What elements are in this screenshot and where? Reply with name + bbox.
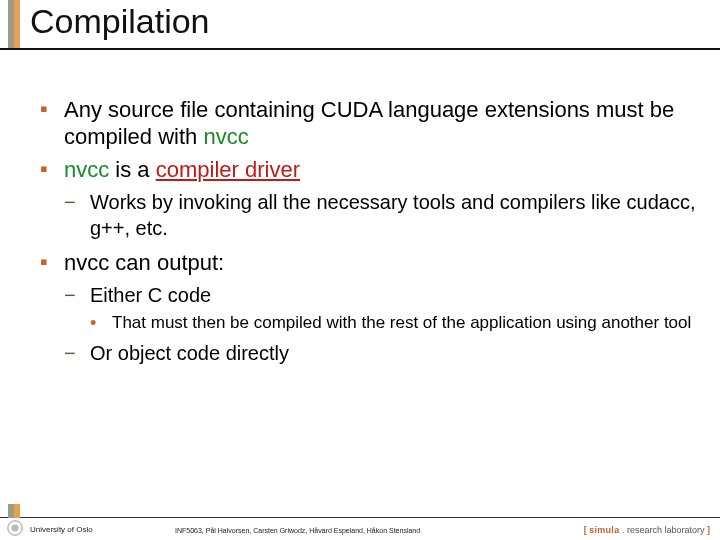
course-credits: INF5063, Pål Halvorsen, Carsten Griwodz,…	[175, 527, 420, 534]
svg-point-1	[11, 524, 18, 531]
compiler-driver-term: compiler driver	[156, 157, 300, 182]
simula-logo: [ simula . research laboratory ]	[584, 525, 710, 535]
slide-content: ▪ Any source file containing CUDA langua…	[40, 96, 700, 374]
bullet-item-1: ▪ Any source file containing CUDA langua…	[40, 96, 700, 150]
sub-bullet-text: Works by invoking all the necessary tool…	[90, 189, 700, 241]
sub-bullet-list: − Either C code • That must then be comp…	[64, 282, 700, 366]
bullet-item-2: ▪ nvcc is a compiler driver	[40, 156, 700, 183]
square-bullet-icon: ▪	[40, 249, 64, 276]
sub-bullet-item: − Works by invoking all the necessary to…	[64, 189, 700, 241]
dash-bullet-icon: −	[64, 340, 90, 366]
dot-bullet-icon: •	[90, 312, 112, 334]
square-bullet-icon: ▪	[40, 156, 64, 183]
text-fragment: Any source file containing CUDA language…	[64, 97, 674, 149]
square-bullet-icon: ▪	[40, 96, 64, 150]
bullet-text: nvcc is a compiler driver	[64, 156, 700, 183]
simula-word: simula	[589, 525, 619, 535]
sub-bullet-item: − Either C code	[64, 282, 700, 308]
title-accent	[0, 0, 30, 50]
sub-bullet-text: Either C code	[90, 282, 700, 308]
dash-bullet-icon: −	[64, 282, 90, 308]
bullet-text: Any source file containing CUDA language…	[64, 96, 700, 150]
dash-bullet-icon: −	[64, 189, 90, 241]
subsub-bullet-text: That must then be compiled with the rest…	[112, 312, 700, 334]
footer: University of Oslo INF5063, Pål Halvorse…	[0, 516, 720, 540]
nvcc-keyword: nvcc	[203, 124, 248, 149]
simula-lab: research laboratory	[627, 525, 705, 535]
subsub-bullet-item: • That must then be compiled with the re…	[90, 312, 700, 334]
text-fragment: is a	[109, 157, 155, 182]
subsub-bullet-list: • That must then be compiled with the re…	[90, 312, 700, 334]
slide: Compilation ▪ Any source file containing…	[0, 0, 720, 540]
sub-bullet-item: − Or object code directly	[64, 340, 700, 366]
bullet-item-3: ▪ nvcc can output:	[40, 249, 700, 276]
sub-bullet-list: − Works by invoking all the necessary to…	[64, 189, 700, 241]
uio-crest-icon	[6, 519, 24, 537]
title-rule	[0, 48, 720, 50]
bracket-right: ]	[705, 525, 711, 535]
accent-orange-bar	[14, 0, 20, 50]
bullet-text: nvcc can output:	[64, 249, 700, 276]
nvcc-keyword: nvcc	[64, 157, 109, 182]
simula-dot: .	[619, 525, 627, 535]
slide-title: Compilation	[30, 2, 210, 41]
sub-bullet-text: Or object code directly	[90, 340, 700, 366]
university-name: University of Oslo	[30, 525, 93, 534]
bullet-list: ▪ Any source file containing CUDA langua…	[40, 96, 700, 366]
